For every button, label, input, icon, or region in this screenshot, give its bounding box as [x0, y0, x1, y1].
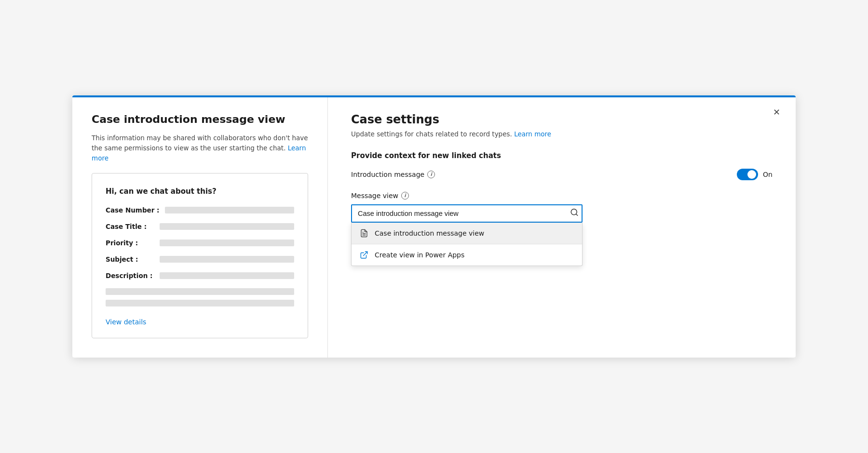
field-row-case-number: Case Number : [106, 206, 294, 214]
field-row-subject: Subject : [106, 255, 294, 263]
message-view-info-icon[interactable]: i [401, 192, 409, 200]
field-label-description: Description : [106, 272, 154, 280]
view-details-link[interactable]: View details [106, 318, 146, 326]
multi-line-bars [106, 288, 294, 306]
search-icon [570, 208, 579, 216]
introduction-message-toggle[interactable] [737, 169, 758, 180]
svg-line-1 [576, 214, 577, 215]
close-button[interactable]: ✕ [769, 105, 784, 120]
right-panel-title: Case settings [351, 113, 773, 126]
left-panel: Case introduction message view This info… [72, 95, 328, 358]
field-label-case-number: Case Number : [106, 206, 159, 214]
main-container: Case introduction message view This info… [72, 95, 796, 358]
search-input-wrapper [351, 204, 583, 223]
svg-line-4 [364, 252, 367, 255]
toggle-container: On [737, 169, 773, 180]
search-icon-button[interactable] [570, 208, 579, 219]
message-view-dropdown: Case introduction message view Create vi… [351, 223, 583, 266]
dropdown-item-case-intro[interactable]: Case introduction message view [352, 223, 582, 244]
document-icon [359, 228, 369, 238]
field-label-case-title: Case Title : [106, 223, 154, 230]
introduction-message-label: Introduction message i [351, 171, 435, 178]
field-bar-case-title [160, 223, 294, 230]
introduction-message-info-icon[interactable]: i [427, 171, 435, 178]
external-link-icon [359, 250, 369, 260]
field-bar-description [160, 272, 294, 279]
extra-bar-1 [106, 288, 294, 295]
field-label-subject: Subject : [106, 255, 154, 263]
section-heading: Provide context for new linked chats [351, 151, 773, 160]
dropdown-item-case-intro-label: Case introduction message view [375, 229, 484, 237]
preview-greeting: Hi, can we chat about this? [106, 187, 294, 196]
field-row-description: Description : [106, 272, 294, 280]
right-panel-subtitle: Update settings for chats related to rec… [351, 130, 773, 138]
field-bar-priority [160, 240, 294, 246]
dropdown-item-create-view-label: Create view in Power Apps [375, 251, 464, 259]
field-row-priority: Priority : [106, 239, 294, 247]
learn-more-right-link[interactable]: Learn more [514, 130, 551, 138]
field-bar-subject [160, 256, 294, 263]
left-panel-description: This information may be shared with coll… [92, 133, 308, 163]
extra-bar-2 [106, 300, 294, 306]
introduction-message-row: Introduction message i On [351, 169, 773, 180]
field-label-priority: Priority : [106, 239, 154, 247]
field-row-case-title: Case Title : [106, 223, 294, 230]
field-bar-case-number [165, 207, 294, 213]
message-view-label-row: Message view i [351, 192, 773, 200]
toggle-state-label: On [763, 171, 773, 178]
dropdown-item-create-view[interactable]: Create view in Power Apps [352, 244, 582, 266]
right-panel: ✕ Case settings Update settings for chat… [328, 95, 796, 358]
preview-card: Hi, can we chat about this? Case Number … [92, 173, 308, 338]
left-panel-title: Case introduction message view [92, 113, 308, 127]
message-view-search-input[interactable] [351, 204, 583, 223]
